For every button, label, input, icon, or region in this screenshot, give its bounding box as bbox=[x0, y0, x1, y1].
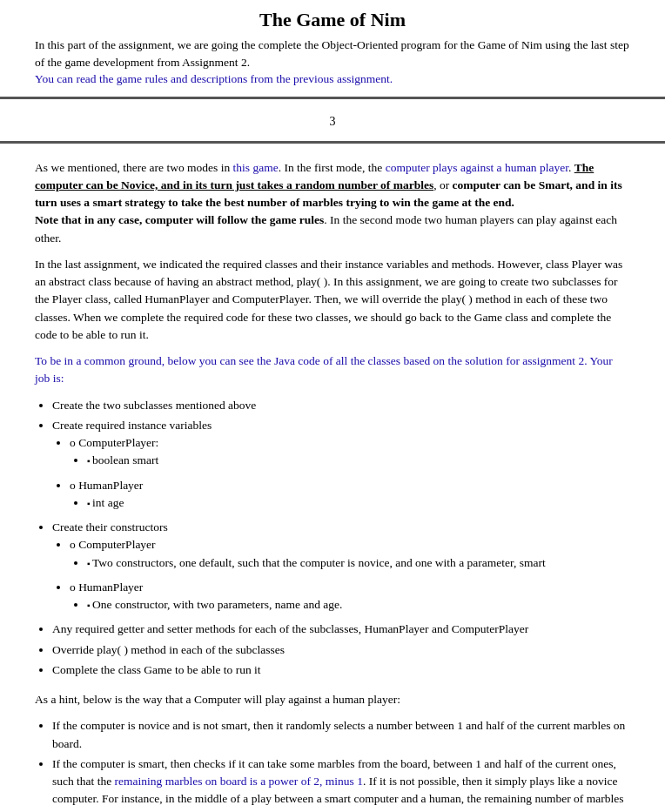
main-content: As we mentioned, there are two modes in … bbox=[0, 144, 665, 812]
bullet2-sub2-items: int age bbox=[87, 494, 630, 512]
p1-note-bold: Note that in any case, computer will fol… bbox=[35, 213, 324, 226]
bullet-item-1: Create the two subclasses mentioned abov… bbox=[52, 397, 630, 414]
p1-plain: As we mentioned, there are two modes in bbox=[35, 161, 233, 174]
bullet-item-2: Create required instance variables Compu… bbox=[52, 417, 630, 512]
bullet-item-6: Complete the class Game to be able to ru… bbox=[52, 661, 630, 679]
hint-paragraph: As a hint, below is the way that a Compu… bbox=[35, 691, 630, 708]
bullet2-sub2: HumanPlayer int age bbox=[70, 477, 630, 513]
p1-mid2: . bbox=[568, 161, 574, 174]
p1-mid3: , or bbox=[433, 178, 452, 191]
bullet2-sublist: ComputerPlayer: boolean smart HumanPlaye… bbox=[70, 434, 630, 512]
bullet3-sub2-item1: One constructor, with two parameters, na… bbox=[87, 596, 630, 614]
hint-bullet-list: If the computer is novice and is not sma… bbox=[52, 717, 630, 812]
p1-blue1: this game bbox=[233, 161, 279, 174]
page-title: The Game of Nim bbox=[35, 9, 630, 31]
bullet2-sub2-item1: int age bbox=[87, 494, 630, 512]
page-top-section: The Game of Nim In this part of the assi… bbox=[0, 0, 665, 99]
paragraph-modes: As we mentioned, there are two modes in … bbox=[35, 159, 630, 247]
intro-text: In this part of the assignment, we are g… bbox=[35, 37, 630, 88]
bullet3-sub1-items: Two constructors, one default, such that… bbox=[87, 554, 630, 572]
hint-section: As a hint, below is the way that a Compu… bbox=[35, 691, 630, 812]
bullet-item-5: Override play( ) method in each of the s… bbox=[52, 641, 630, 659]
intro-p1-blue: You can read the game rules and descript… bbox=[35, 72, 393, 85]
hint-bullet-2: If the computer is smart, then checks if… bbox=[52, 755, 630, 812]
p1-blue2: computer plays against a human player bbox=[386, 161, 568, 174]
p1-mid: . In the first mode, the bbox=[279, 161, 386, 174]
bullet2-sub1-items: boolean smart bbox=[87, 452, 630, 469]
main-bullet-list: Create the two subclasses mentioned abov… bbox=[52, 397, 630, 680]
bullet3-sub2-items: One constructor, with two parameters, na… bbox=[87, 596, 630, 614]
bullet-item-3: Create their constructors ComputerPlayer… bbox=[52, 519, 630, 614]
page-number: 3 bbox=[330, 115, 336, 128]
bullet2-sub1-item1: boolean smart bbox=[87, 452, 630, 469]
paragraph-assignment: In the last assignment, we indicated the… bbox=[35, 256, 630, 344]
bullet3-sub2: HumanPlayer One constructor, with two pa… bbox=[70, 579, 630, 614]
hint-b2-blue: remaining marbles on board is a power of… bbox=[115, 775, 363, 788]
bullet3-sublist: ComputerPlayer Two constructors, one def… bbox=[70, 536, 630, 614]
bullet2-sub1: ComputerPlayer: boolean smart bbox=[70, 434, 630, 470]
page-wrapper: The Game of Nim In this part of the assi… bbox=[0, 0, 665, 812]
paragraph-job: To be in a common ground, below you can … bbox=[35, 352, 630, 388]
bullet3-sub1: ComputerPlayer Two constructors, one def… bbox=[70, 536, 630, 572]
page-number-section: 3 bbox=[0, 99, 665, 144]
hint-bullet-1: If the computer is novice and is not sma… bbox=[52, 717, 630, 753]
bullet-item-4: Any required getter and setter methods f… bbox=[52, 621, 630, 638]
bullet3-sub1-item1: Two constructors, one default, such that… bbox=[87, 554, 630, 572]
intro-p1: In this part of the assignment, we are g… bbox=[35, 38, 629, 69]
